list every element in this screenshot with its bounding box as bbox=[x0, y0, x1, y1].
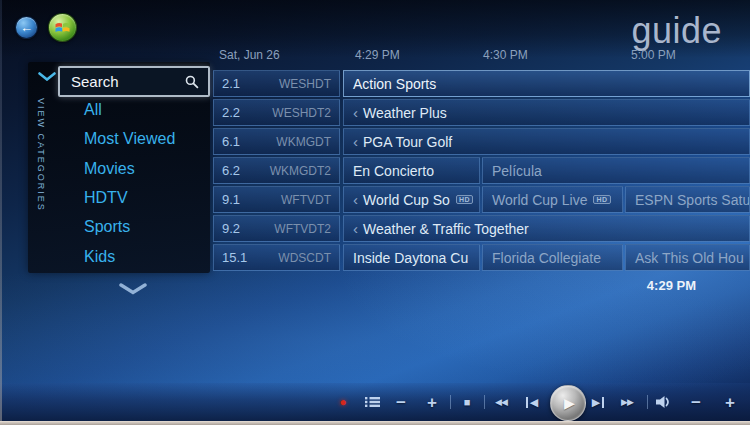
skip-next-icon: ▶ bbox=[592, 397, 604, 408]
rewind-icon: ◀◀ bbox=[495, 398, 507, 407]
hd-badge: HD bbox=[456, 195, 473, 204]
guide-list-button[interactable] bbox=[358, 383, 386, 421]
channel-up-button[interactable]: + bbox=[418, 383, 446, 421]
program-cell[interactable]: En Concierto bbox=[343, 157, 480, 184]
media-center-window: ← guide Sat, Jun 26 4:29 PM 4:30 PM 5:00… bbox=[0, 0, 750, 425]
record-icon: ● bbox=[339, 396, 346, 408]
stop-icon: ■ bbox=[464, 397, 471, 408]
plus-icon: + bbox=[725, 394, 735, 411]
channel-cell[interactable]: 6.2WKMGDT2 bbox=[213, 157, 340, 184]
fast-forward-button[interactable]: ▶▶ bbox=[613, 383, 641, 421]
program-title: World Cup Live bbox=[492, 192, 587, 208]
sidebar-item-most-viewed[interactable]: Most Viewed bbox=[84, 130, 175, 154]
minus-icon: − bbox=[691, 394, 701, 411]
rewind-button[interactable]: ◀◀ bbox=[487, 383, 515, 421]
channel-cell[interactable]: 9.2WFTVDT2 bbox=[213, 215, 340, 242]
window-left-edge bbox=[0, 0, 2, 421]
continues-left-icon: ‹ bbox=[353, 105, 358, 120]
channel-cell[interactable]: 15.1WDSCDT bbox=[213, 244, 340, 271]
page-title: guide bbox=[631, 10, 722, 52]
channel-cell[interactable]: 2.1WESHDT bbox=[213, 70, 340, 97]
search-icon bbox=[185, 75, 199, 89]
fast-forward-icon: ▶▶ bbox=[621, 398, 633, 407]
collapse-chevron-icon[interactable] bbox=[38, 72, 56, 81]
search-input[interactable]: Search bbox=[58, 66, 210, 97]
channel-cell[interactable]: 6.1WKMGDT bbox=[213, 128, 340, 155]
channel-number: 2.2 bbox=[222, 105, 240, 120]
program-title: World Cup So bbox=[363, 192, 450, 208]
hd-badge: HD bbox=[593, 195, 610, 204]
program-title: Weather & Traffic Together bbox=[363, 221, 529, 237]
sidebar-item-kids[interactable]: Kids bbox=[84, 248, 115, 272]
continues-left-icon: ‹ bbox=[353, 134, 358, 149]
transport-separator bbox=[647, 395, 648, 409]
minus-icon: − bbox=[396, 394, 406, 411]
time-slot-1: 4:29 PM bbox=[355, 48, 400, 62]
program-cell[interactable]: ESPN Sports Satu bbox=[625, 186, 750, 213]
program-title: ESPN Sports Satu bbox=[635, 192, 750, 208]
program-title: Ask This Old Hou bbox=[635, 250, 744, 266]
channel-callsign: WKMGDT2 bbox=[270, 164, 331, 178]
search-input-value: Search bbox=[60, 73, 119, 90]
program-cell[interactable]: Action Sports bbox=[343, 70, 750, 97]
stop-button[interactable]: ■ bbox=[453, 383, 481, 421]
sidebar-item-sports[interactable]: Sports bbox=[84, 218, 130, 242]
volume-button[interactable] bbox=[650, 383, 678, 421]
channel-number: 6.1 bbox=[222, 134, 240, 149]
program-cell[interactable]: World Cup LiveHD bbox=[482, 186, 623, 213]
program-title: PGA Tour Golf bbox=[363, 134, 452, 150]
program-title: Película bbox=[492, 163, 542, 179]
transport-separator bbox=[484, 395, 485, 409]
windows-logo-icon bbox=[55, 21, 70, 34]
channel-callsign: WESHDT2 bbox=[272, 106, 331, 120]
continues-left-icon: ‹ bbox=[353, 221, 358, 236]
skip-previous-icon: ◀ bbox=[526, 397, 538, 408]
channel-callsign: WDSCDT bbox=[278, 251, 331, 265]
sidebar-item-movies[interactable]: Movies bbox=[84, 160, 135, 184]
volume-down-button[interactable]: − bbox=[682, 383, 710, 421]
volume-icon bbox=[656, 395, 673, 409]
program-cell[interactable]: ‹PGA Tour Golf bbox=[343, 128, 750, 155]
transport-separator bbox=[450, 395, 451, 409]
program-title: Action Sports bbox=[353, 76, 436, 92]
continues-left-icon: ‹ bbox=[353, 192, 358, 207]
channel-number: 9.1 bbox=[222, 192, 240, 207]
previous-button[interactable]: ◀ bbox=[518, 383, 546, 421]
current-time-clock: 4:29 PM bbox=[647, 278, 696, 293]
record-button[interactable]: ● bbox=[329, 383, 357, 421]
sidebar-item-hdtv[interactable]: HDTV bbox=[84, 189, 128, 213]
program-title: Weather Plus bbox=[363, 105, 447, 121]
program-cell[interactable]: ‹Weather Plus bbox=[343, 99, 750, 126]
view-categories-label: VIEW CATEGORIES bbox=[36, 98, 46, 212]
program-cell[interactable]: ‹Weather & Traffic Together bbox=[343, 215, 750, 242]
sidebar-item-all[interactable]: All bbox=[84, 101, 102, 125]
scroll-down-chevron-icon[interactable] bbox=[119, 283, 147, 295]
program-cell[interactable]: Película bbox=[482, 157, 750, 184]
program-cell[interactable]: Florida Collegiate bbox=[482, 244, 623, 271]
guide-date-label: Sat, Jun 26 bbox=[219, 48, 280, 62]
back-arrow-icon: ← bbox=[20, 20, 33, 35]
volume-up-button[interactable]: + bbox=[716, 383, 744, 421]
channel-cell[interactable]: 9.1WFTVDT bbox=[213, 186, 340, 213]
program-cell[interactable]: Inside Daytona Cu bbox=[343, 244, 480, 271]
channel-callsign: WKMGDT bbox=[276, 135, 331, 149]
channel-number: 2.1 bbox=[222, 76, 240, 91]
channel-callsign: WFTVDT bbox=[281, 193, 331, 207]
channel-down-button[interactable]: − bbox=[387, 383, 415, 421]
channel-callsign: WFTVDT2 bbox=[274, 222, 331, 236]
channel-number: 6.2 bbox=[222, 163, 240, 178]
play-button[interactable]: ▶ bbox=[550, 385, 586, 421]
play-icon: ▶ bbox=[564, 395, 575, 411]
windows-start-button[interactable] bbox=[48, 13, 77, 42]
program-cell[interactable]: ‹World Cup SoHD bbox=[343, 186, 480, 213]
back-button[interactable]: ← bbox=[15, 16, 38, 39]
time-slot-3: 5:00 PM bbox=[631, 48, 676, 62]
program-title: En Concierto bbox=[353, 163, 434, 179]
window-bottom-edge bbox=[0, 421, 750, 425]
program-title: Inside Daytona Cu bbox=[353, 250, 468, 266]
channel-cell[interactable]: 2.2WESHDT2 bbox=[213, 99, 340, 126]
plus-icon: + bbox=[427, 394, 437, 411]
program-cell[interactable]: Ask This Old Hou bbox=[625, 244, 750, 271]
channel-number: 15.1 bbox=[222, 250, 247, 265]
next-button[interactable]: ▶ bbox=[584, 383, 612, 421]
